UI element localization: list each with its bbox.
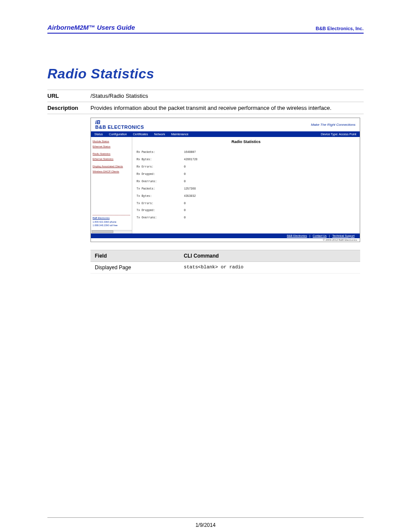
footer-link-company[interactable]: B&B Electronics [287, 234, 307, 237]
menubar: Status Configuration Certificates Networ… [91, 131, 360, 137]
stat-value: 0 [184, 216, 186, 220]
header-right: B&B Electronics, Inc. [316, 26, 364, 31]
sidebar-wireless-dhcp-clients[interactable]: Wireless DHCP Clients [93, 170, 130, 174]
sidebar: Module Status Ethernet Status Radio Stat… [91, 137, 132, 230]
sidebar-contact: B&B Electronics 1.800.422.3360 phone 1.8… [93, 217, 130, 227]
stat-label: Tx Bytes: [137, 195, 184, 198]
stat-value: 4353932 [184, 195, 196, 198]
screenshot-copyright: © 2009-2012 B&B Electronics [91, 238, 360, 242]
footer-link-support[interactable]: Technical Support [332, 234, 355, 237]
sidebar-display-associated-clients[interactable]: Display Associated Clients [93, 165, 130, 169]
stats-block: Rx Packets:1648007 Rx Bytes:42861728 Rx … [137, 147, 355, 227]
description-value: Provides information about the packet tr… [90, 102, 364, 114]
field-table-h1: Field [90, 250, 180, 261]
stat-label: Rx Dropped: [137, 173, 184, 176]
info-table: URL /Status/Radio Statistics Description… [47, 90, 364, 276]
stat-label: Tx Dropped: [137, 209, 184, 212]
footer-link-contact[interactable]: Contact Us [313, 234, 327, 237]
device-type: Device Type: Access Point [321, 133, 356, 136]
stat-value: 1648007 [184, 151, 196, 154]
sidebar-radio-statistics[interactable]: Radio Statistics [93, 152, 130, 156]
header-left: AirborneM2M™ Users Guide [47, 24, 135, 31]
menu-certificates[interactable]: Certificates [133, 133, 148, 136]
tagline: Make The Right Connections [311, 123, 355, 127]
description-label: Description [47, 102, 90, 114]
stat-value: 1257368 [184, 187, 196, 191]
url-label: URL [47, 90, 90, 102]
sidebar-ethernet-statistics[interactable]: Ethernet Statistics [93, 157, 130, 162]
sidebar-scrollbar[interactable] [91, 230, 132, 233]
menu-maintenance[interactable]: Maintenance [171, 133, 188, 136]
page-header: AirborneM2M™ Users Guide B&B Electronics… [47, 24, 364, 34]
stat-label: Rx Bytes: [137, 158, 184, 162]
stat-value: 42861728 [184, 158, 197, 162]
menu-configuration[interactable]: Configuration [109, 133, 127, 136]
embedded-screenshot: iB B&B ELECTRONICS Make The Right Connec… [90, 118, 360, 242]
url-value: /Status/Radio Statistics [90, 90, 364, 102]
field-table-h2: CLI Command [180, 250, 360, 261]
stat-label: Tx Errors: [137, 202, 184, 205]
page-title: Radio Statistics [47, 66, 364, 82]
stat-value: 0 [184, 202, 186, 205]
sidebar-module-status[interactable]: Module Status [93, 140, 130, 144]
logo: iB B&B ELECTRONICS [95, 120, 144, 130]
stat-value: 0 [184, 173, 186, 176]
stat-value: 0 [184, 165, 186, 169]
menu-network[interactable]: Network [154, 133, 165, 136]
stat-label: Rx Packets: [137, 151, 184, 154]
sidebar-company-link[interactable]: B&B Electronics [93, 217, 130, 220]
main-panel: Radio Statistics Rx Packets:1648007 Rx B… [132, 137, 360, 233]
sidebar-phone2: 1.888.348.2390 [93, 224, 109, 227]
screenshot-footer: B&B Electronics | Contact Us | Technical… [91, 233, 360, 238]
stat-label: Rx Overruns: [137, 180, 184, 184]
stat-label: Rx Errors: [137, 165, 184, 169]
sidebar-ethernet-status[interactable]: Ethernet Status [93, 145, 130, 149]
sidebar-phone1: 1.800.422.3360 [93, 221, 109, 223]
field-table-r1c1: Displayed Page [90, 261, 180, 273]
sidebar-phone1-label: phone [110, 221, 116, 223]
field-table: Field CLI Command Displayed Page stats<b… [90, 250, 360, 274]
field-table-r1c2: stats<blank> or radio [180, 261, 360, 273]
menu-status[interactable]: Status [94, 133, 103, 136]
stat-label: Tx Packets: [137, 187, 184, 191]
footer-date: 1/9/2014 [196, 522, 216, 528]
sidebar-phone2-label: toll free [110, 224, 118, 227]
main-title: Radio Statistics [137, 140, 355, 144]
logo-text: B&B ELECTRONICS [95, 125, 144, 130]
page-footer: 1/9/2014 [47, 517, 364, 528]
stat-value: 0 [184, 209, 186, 212]
stat-value: 0 [184, 180, 186, 184]
stat-label: Tx Overruns: [137, 216, 184, 220]
